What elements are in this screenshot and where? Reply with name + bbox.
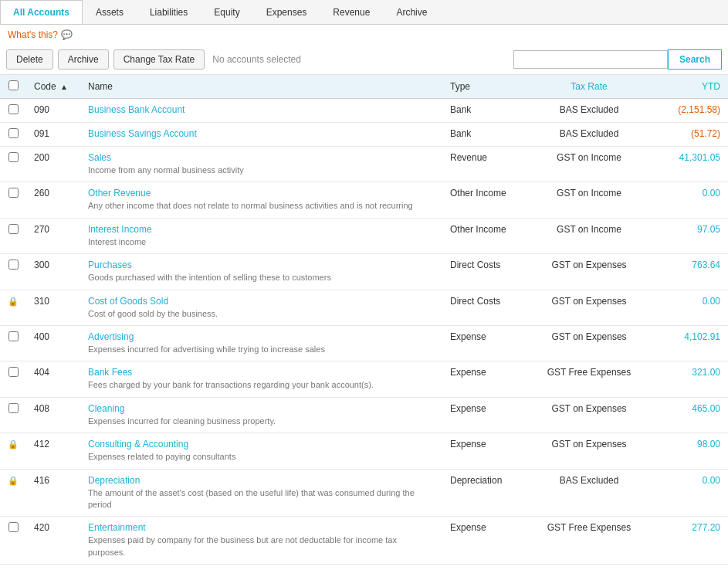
search-input[interactable] [513, 50, 668, 69]
row-ytd: 0.00 [643, 290, 728, 325]
account-name-link[interactable]: Business Savings Account [88, 128, 197, 139]
row-type: Expense [442, 397, 535, 433]
row-ytd: 763.64 [643, 254, 728, 290]
account-name-link[interactable]: Business Bank Account [88, 104, 185, 115]
row-type: Revenue [442, 147, 535, 182]
search-button[interactable]: Search [668, 49, 722, 70]
account-name-link[interactable]: Sales [88, 152, 111, 163]
accounts-table: Code ▲ Name Type Tax Rate YTD 090Busines… [0, 75, 728, 570]
table-row: 🔒310Cost of Goods SoldCost of good sold … [0, 290, 728, 325]
table-row: 420EntertainmentExpenses paid by company… [0, 517, 728, 565]
row-type: Expense [442, 565, 535, 570]
row-name-cell: DepreciationThe amount of the asset's co… [80, 469, 442, 517]
account-name-link[interactable]: Consulting & Accounting [88, 439, 188, 450]
account-name-link[interactable]: Purchases [88, 260, 132, 270]
account-description: Expenses related to paying consultants [88, 451, 435, 463]
row-checkbox[interactable] [8, 367, 19, 377]
name-header[interactable]: Name [80, 75, 442, 99]
tab-liabilities[interactable]: Liabilities [137, 0, 201, 24]
row-code: 091 [26, 123, 80, 147]
row-ytd: 0.00 [643, 182, 728, 218]
row-tax-rate: GST Free Expenses [535, 361, 643, 397]
ytd-header[interactable]: YTD [643, 75, 728, 99]
table-row: 200SalesIncome from any normal business … [0, 147, 728, 182]
row-tax-rate: GST Free Expenses [535, 517, 643, 565]
row-checkbox[interactable] [8, 522, 19, 532]
row-checkbox[interactable] [8, 331, 19, 341]
row-tax-rate: GST on Expenses [535, 254, 643, 290]
tab-equity[interactable]: Equity [201, 0, 252, 24]
type-header[interactable]: Type [442, 75, 535, 99]
select-all-checkbox[interactable] [8, 80, 19, 90]
account-name-link[interactable]: Cleaning [88, 403, 124, 414]
account-name-link[interactable]: Advertising [88, 331, 134, 342]
account-description: The amount of the asset's cost (based on… [88, 487, 435, 511]
account-name-link[interactable]: Bank Fees [88, 367, 132, 378]
row-checkbox[interactable] [8, 104, 19, 114]
tab-archive[interactable]: Archive [383, 0, 440, 24]
table-row: 090Business Bank AccountBankBAS Excluded… [0, 99, 728, 123]
change-tax-rate-button[interactable]: Change Tax Rate [113, 49, 205, 70]
table-row: 🔒412Consulting & AccountingExpenses rela… [0, 433, 728, 469]
row-checkbox-cell [0, 182, 26, 218]
row-code: 400 [26, 325, 80, 361]
row-name-cell: Freight & CourierExpenses incurred on co… [80, 565, 442, 570]
account-name-link[interactable]: Interest Income [88, 224, 152, 235]
tab-revenue[interactable]: Revenue [320, 0, 383, 24]
account-description: Expenses incurred for cleaning business … [88, 416, 435, 427]
search-box: Search [513, 49, 722, 70]
lock-icon: 🔒 [8, 297, 19, 306]
row-checkbox[interactable] [8, 188, 19, 198]
row-type: Direct Costs [442, 254, 535, 290]
row-checkbox-cell [0, 218, 26, 253]
row-tax-rate: GST on Expenses [535, 433, 643, 469]
table-row: 270Interest IncomeInterest incomeOther I… [0, 218, 728, 253]
row-checkbox[interactable] [8, 128, 19, 138]
row-code: 420 [26, 517, 80, 565]
lock-icon: 🔒 [8, 476, 19, 485]
row-name-cell: Other RevenueAny other income that does … [80, 182, 442, 218]
row-tax-rate: GST on Expenses [535, 325, 643, 361]
account-description: Interest income [88, 236, 435, 248]
row-name-cell: EntertainmentExpenses paid by company fo… [80, 517, 442, 565]
row-checkbox[interactable] [8, 403, 19, 413]
account-name-link[interactable]: Entertainment [88, 522, 146, 533]
account-description: Goods purchased with the intention of se… [88, 272, 435, 283]
archive-button[interactable]: Archive [58, 49, 109, 70]
row-checkbox[interactable] [8, 152, 19, 162]
row-tax-rate: GST on Expenses [535, 397, 643, 433]
row-ytd: (2,151.58) [643, 99, 728, 123]
row-type: Direct Costs [442, 290, 535, 325]
tab-expenses[interactable]: Expenses [253, 0, 320, 24]
lock-icon: 🔒 [8, 439, 19, 449]
chat-icon: 💬 [61, 29, 73, 40]
tax-rate-header[interactable]: Tax Rate [535, 75, 643, 99]
row-checkbox-cell: 🔒 [0, 290, 26, 325]
code-header[interactable]: Code ▲ [26, 75, 80, 99]
row-checkbox-cell [0, 361, 26, 397]
row-checkbox-cell [0, 254, 26, 290]
row-checkbox-cell [0, 99, 26, 123]
row-code: 408 [26, 397, 80, 433]
tab-assets[interactable]: Assets [83, 0, 137, 24]
row-checkbox[interactable] [8, 260, 19, 270]
row-checkbox[interactable] [8, 224, 19, 234]
row-code: 300 [26, 254, 80, 290]
row-code: 416 [26, 469, 80, 517]
account-description: Income from any normal business activity [88, 165, 435, 176]
account-description: Expenses paid by company for the busines… [88, 534, 435, 558]
select-all-header[interactable] [0, 75, 26, 99]
account-name-link[interactable]: Other Revenue [88, 188, 151, 198]
tab-all-accounts[interactable]: All Accounts [0, 0, 83, 24]
account-description: Expenses incurred for advertising while … [88, 344, 435, 355]
account-name-link[interactable]: Depreciation [88, 475, 140, 486]
row-type: Expense [442, 433, 535, 469]
row-code: 310 [26, 290, 80, 325]
table-row: 404Bank FeesFees charged by your bank fo… [0, 361, 728, 397]
account-name-link[interactable]: Cost of Goods Sold [88, 296, 168, 307]
row-tax-rate: GST on Expenses [535, 565, 643, 570]
whats-this-link[interactable]: What's this? 💬 [0, 25, 728, 45]
row-checkbox-cell [0, 325, 26, 361]
row-type: Bank [442, 99, 535, 123]
delete-button[interactable]: Delete [6, 49, 53, 70]
